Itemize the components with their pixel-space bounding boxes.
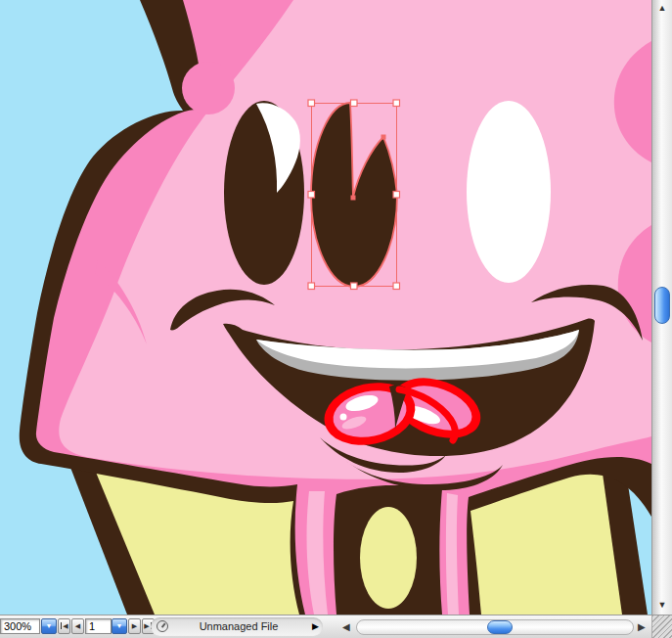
selection-handle-nw[interactable] — [308, 100, 315, 107]
status-bar: ▼ ◀ ◀ ▼ ▶ ▶ Unmanaged File ▶ ◀ ▶ — [0, 615, 672, 638]
window-resize-grip[interactable] — [651, 615, 672, 638]
scroll-right-icon[interactable]: ▶ — [638, 620, 646, 634]
scroll-left-icon[interactable]: ◀ — [342, 620, 350, 634]
scroll-up-icon[interactable]: ▲ — [652, 0, 672, 16]
vertical-scrollbar[interactable]: ▲ ▼ — [651, 0, 672, 615]
selection-handle-e[interactable] — [393, 192, 400, 199]
chevron-down-icon: ▼ — [46, 622, 53, 629]
first-page-button[interactable]: ◀ — [58, 618, 70, 634]
last-page-icon: ▶ — [144, 622, 149, 629]
chevron-down-icon: ▼ — [116, 622, 123, 629]
first-page-icon: ◀ — [63, 622, 67, 629]
status-well: Unmanaged File ▶ — [151, 617, 323, 636]
right-eye-white[interactable] — [467, 101, 551, 283]
status-clock-icon — [157, 620, 168, 632]
drip-right-highlight — [446, 493, 459, 615]
selection-handle-sw[interactable] — [308, 283, 315, 290]
vertical-scroll-thumb[interactable] — [654, 287, 670, 324]
horizontal-scroll-thumb[interactable] — [487, 620, 513, 634]
previous-page-button[interactable]: ◀ — [71, 618, 84, 634]
page-number-input[interactable] — [85, 618, 112, 634]
page-dropdown-button[interactable]: ▼ — [112, 618, 127, 634]
selection-handle-se[interactable] — [393, 283, 400, 290]
horizontal-scrollbar[interactable] — [356, 619, 634, 635]
scroll-down-icon[interactable]: ▼ — [652, 597, 672, 613]
tongue-left-highlight-dot — [340, 414, 347, 421]
selection-handle-s[interactable] — [351, 283, 358, 290]
illustrator-document-window: ▲ ▼ ▼ ◀ ◀ ▼ ▶ ▶ Unmanaged File ▶ ◀ ▶ — [0, 0, 672, 638]
previous-page-icon: ◀ — [75, 622, 80, 629]
next-page-button[interactable]: ▶ — [128, 618, 141, 634]
status-popout-icon[interactable]: ▶ — [312, 617, 319, 636]
artwork-svg — [0, 0, 651, 615]
anchor-point-notch-bottom[interactable] — [351, 196, 356, 201]
selection-handle-w[interactable] — [308, 192, 315, 199]
next-page-icon: ▶ — [132, 622, 137, 629]
selection-handle-ne[interactable] — [393, 100, 400, 107]
frosting-swirl-blob — [182, 62, 235, 114]
status-text: Unmanaged File — [172, 617, 305, 636]
zoom-dropdown-button[interactable]: ▼ — [41, 618, 57, 634]
selection-handle-n[interactable] — [351, 100, 358, 107]
cup-hole-between-drips — [360, 507, 417, 609]
zoom-level-input[interactable] — [0, 618, 40, 634]
anchor-point-notch-peak[interactable] — [381, 135, 386, 140]
artboard-canvas[interactable] — [0, 0, 651, 615]
